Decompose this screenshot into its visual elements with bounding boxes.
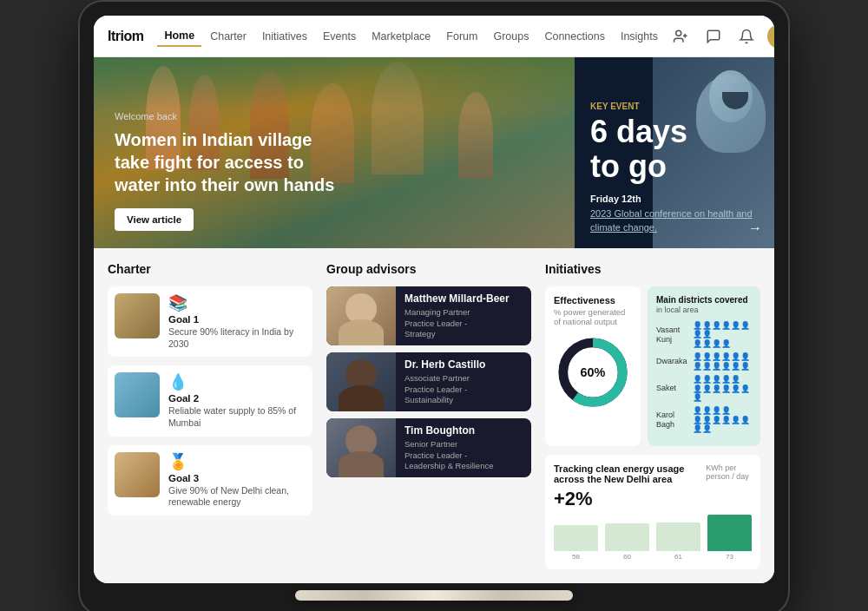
nav-home[interactable]: Home — [157, 26, 201, 47]
advisor-2-info: Dr. Herb Castillo Associate PartnerPract… — [396, 352, 531, 411]
goal-1-image — [115, 293, 160, 338]
goal-3-name: Goal 3 — [168, 473, 306, 483]
bar-chart: 58 60 61 73 — [554, 517, 752, 561]
bell-icon[interactable] — [734, 24, 759, 49]
tracking-title: Tracking clean energy usage across the N… — [554, 463, 706, 484]
district-2-icons: 👤👤👤👤👤👤 👤👤👤👤👤👤 — [693, 352, 752, 371]
advisor-1-name: Matthew Millard-Beer — [404, 292, 523, 305]
goal-2-name: Goal 2 — [168, 393, 306, 404]
bar-col-2: 60 — [605, 523, 649, 561]
district-row-4: KarolBagh 👤👤👤👤 👤👤👤👤👤👤👤👤 — [656, 406, 752, 433]
donut-chart: 60% — [554, 333, 632, 411]
goal-2-image — [115, 372, 160, 417]
advisor-2-role: Associate PartnerPractice Leader -Sustai… — [404, 373, 523, 405]
add-person-icon[interactable] — [668, 24, 693, 49]
district-1-name: VasantKunj — [656, 325, 689, 345]
nav-icons: U — [668, 24, 774, 49]
district-3-name: Saket — [656, 384, 689, 393]
effectiveness-box: Effectiveness % power generated of natio… — [545, 286, 641, 446]
charter-goal-2: 💧 Goal 2 Reliable water supply to 85% of… — [108, 365, 312, 436]
hero-title: Women in Indian village take fight for a… — [115, 128, 340, 196]
goal-2-info: 💧 Goal 2 Reliable water supply to 85% of… — [168, 372, 306, 429]
goal-1-info: 📚 Goal 1 Secure 90% literacy in India by… — [168, 293, 306, 350]
key-event-label: Key event — [590, 102, 759, 111]
advisor-1-photo — [326, 286, 396, 345]
advisors-section: Group advisors Matthew Millard-Beer Mana… — [319, 262, 538, 569]
bar-label-1: 58 — [572, 553, 580, 561]
hero-content: Welcome back Women in Indian village tak… — [115, 111, 554, 231]
bar-3 — [656, 522, 700, 551]
district-4-icons: 👤👤👤👤 👤👤👤👤👤👤👤👤 — [693, 406, 752, 433]
district-4-name: KarolBagh — [656, 411, 689, 430]
hero-welcome: Welcome back — [115, 111, 554, 122]
goal-3-image — [115, 452, 160, 497]
goal-2-desc: Reliable water supply to 85% of Mumbai — [168, 405, 306, 429]
charter-section: Charter 📚 Goal 1 Secure 90% literacy in … — [108, 262, 319, 569]
nav-marketplace[interactable]: Marketplace — [365, 27, 437, 46]
hero-event: Key event 6 daysto go Friday 12th 2023 G… — [575, 57, 774, 248]
advisor-card-2[interactable]: Dr. Herb Castillo Associate PartnerPract… — [326, 352, 531, 411]
nav-connections[interactable]: Connections — [537, 27, 612, 46]
tablet-screen: Itriom Home Charter Initiatives Events M… — [94, 16, 774, 583]
charter-goal-3: 🏅 Goal 3 Give 90% of New Delhi clean, re… — [108, 445, 312, 516]
bar-col-1: 58 — [554, 525, 598, 561]
nav-initiatives[interactable]: Initiatives — [255, 27, 314, 46]
advisors-title: Group advisors — [326, 262, 531, 276]
bar-label-2: 60 — [623, 553, 631, 561]
advisor-3-info: Tim Boughton Senior PartnerPractice Lead… — [396, 418, 531, 477]
next-arrow-icon[interactable]: → — [748, 220, 762, 236]
advisor-3-name: Tim Boughton — [404, 424, 523, 437]
initiatives-section: Initiatives Effectiveness % power genera… — [538, 262, 760, 569]
tablet-frame: Itriom Home Charter Initiatives Events M… — [78, 0, 790, 611]
donut-label: 60% — [581, 365, 606, 379]
advisor-2-photo — [326, 352, 396, 411]
bar-col-3: 61 — [656, 522, 700, 561]
view-article-button[interactable]: View article — [115, 208, 194, 231]
district-3-icons: 👤👤👤👤👤 👤👤👤👤👤👤👤 — [693, 375, 752, 402]
districts-subtitle: in local area — [656, 306, 752, 314]
nav-insights[interactable]: Insights — [614, 27, 665, 46]
user-avatar[interactable]: U — [767, 24, 774, 49]
goal-1-icon: 📚 — [168, 293, 306, 312]
advisor-card-3[interactable]: Tim Boughton Senior PartnerPractice Lead… — [326, 418, 531, 477]
effectiveness-title: Effectiveness — [554, 295, 632, 306]
nav-events[interactable]: Events — [316, 27, 363, 46]
tracking-percent: +2% — [554, 488, 752, 510]
goal-2-icon: 💧 — [168, 372, 306, 391]
nav-forum[interactable]: Forum — [439, 27, 484, 46]
district-row-1: VasantKunj 👤👤👤👤👤👤👤👤 👤👤👤👤 — [656, 321, 752, 348]
nav-charter[interactable]: Charter — [203, 27, 253, 46]
bar-1 — [554, 525, 598, 551]
advisor-2-name: Dr. Herb Castillo — [404, 358, 523, 371]
district-1-icons: 👤👤👤👤👤👤👤👤 👤👤👤👤 — [693, 321, 752, 348]
stylus-pencil — [295, 590, 573, 601]
district-2-name: Dwaraka — [656, 357, 689, 366]
chat-icon[interactable] — [701, 24, 726, 49]
advisor-1-info: Matthew Millard-Beer Managing PartnerPra… — [396, 286, 531, 345]
districts-box: Main districts covered in local area Vas… — [648, 286, 760, 446]
event-date: Friday 12th — [590, 194, 759, 204]
tracking-header: Tracking clean energy usage across the N… — [554, 463, 752, 484]
event-name[interactable]: 2023 Global conference on health and cli… — [590, 207, 759, 234]
goal-1-name: Goal 1 — [168, 314, 306, 325]
hero-section: Welcome back Women in Indian village tak… — [94, 57, 774, 248]
district-row-3: Saket 👤👤👤👤👤 👤👤👤👤👤👤👤 — [656, 375, 752, 402]
charter-title: Charter — [108, 262, 312, 276]
svg-point-0 — [676, 30, 681, 36]
hero-article: Welcome back Women in Indian village tak… — [94, 57, 575, 248]
advisor-3-photo — [326, 418, 396, 477]
tracking-box: Tracking clean energy usage across the N… — [545, 455, 760, 569]
brand-logo[interactable]: Itriom — [108, 29, 143, 44]
goal-3-desc: Give 90% of New Delhi clean, renewable e… — [168, 485, 306, 509]
goal-3-icon: 🏅 — [168, 452, 306, 471]
advisor-card-1[interactable]: Matthew Millard-Beer Managing PartnerPra… — [326, 286, 531, 345]
days-countdown: 6 daysto go — [590, 115, 759, 183]
nav-groups[interactable]: Groups — [486, 27, 536, 46]
charter-goal-1: 📚 Goal 1 Secure 90% literacy in India by… — [108, 286, 312, 357]
district-row-2: Dwaraka 👤👤👤👤👤👤 👤👤👤👤👤👤 — [656, 352, 752, 371]
bar-2 — [605, 523, 649, 551]
navbar: Itriom Home Charter Initiatives Events M… — [94, 16, 774, 57]
effectiveness-subtitle: % power generated of national output — [554, 307, 632, 326]
main-content: Charter 📚 Goal 1 Secure 90% literacy in … — [94, 248, 774, 583]
advisor-3-role: Senior PartnerPractice Leader -Leadershi… — [404, 439, 523, 471]
